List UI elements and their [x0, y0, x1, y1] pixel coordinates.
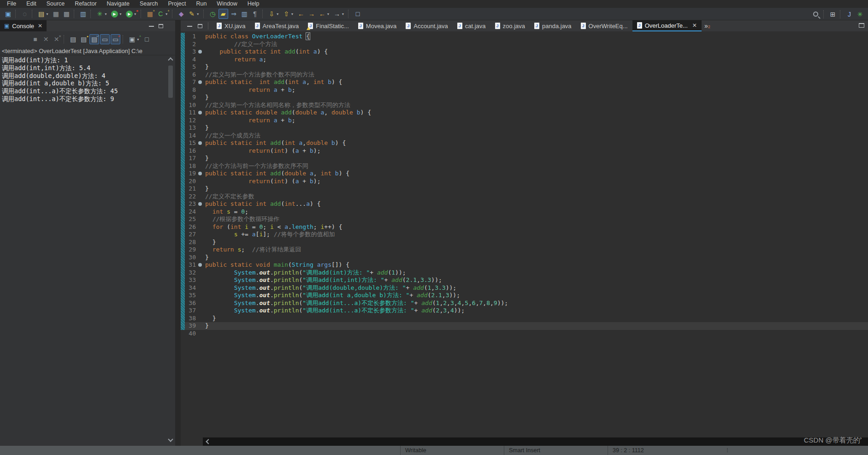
scroll-up-icon[interactable] [168, 57, 173, 62]
line-number[interactable]: 40 [181, 330, 197, 338]
editor-tab-movea-java[interactable]: JMovea.java [354, 20, 401, 31]
java-perspective-icon[interactable]: J [844, 9, 854, 19]
debug-icon[interactable]: ✳▼ [95, 9, 109, 19]
restore-view-icon[interactable] [859, 23, 864, 28]
open-perspective-icon[interactable]: ⊞ [828, 9, 838, 19]
new-class-icon[interactable]: C+▼ [156, 9, 170, 19]
open-console-icon[interactable]: ▣+▼ [127, 34, 141, 44]
remove-all-launches-icon[interactable]: ✕✕ [52, 34, 61, 44]
tab-console[interactable]: ▣ Console ✕ [0, 20, 47, 31]
scroll-lock-icon[interactable]: ▤● [79, 34, 89, 44]
scroll-left-icon[interactable] [206, 439, 211, 444]
open-console-icon[interactable]: ▣ [3, 9, 13, 19]
display-console-icon[interactable]: □ [142, 34, 152, 44]
code-editor-surface[interactable]: 1public class OverLoaderTest {2 //定义一个方法… [181, 31, 868, 437]
tab-label: XU.java [224, 23, 246, 30]
expand-all-icon[interactable]: ⇧▼ [282, 9, 295, 19]
forward-icon[interactable]: →▼ [332, 9, 346, 19]
dropdown-arrow-icon[interactable]: ▼ [46, 12, 49, 16]
tab-overflow-chevron[interactable]: »2 [704, 22, 710, 30]
menu-item-search[interactable]: Search [135, 0, 163, 8]
menu-item-source[interactable]: Source [41, 0, 70, 8]
new-file-icon-glyph: ▤ [38, 10, 45, 18]
maximize-icon[interactable] [159, 24, 163, 28]
next-edit-location-icon[interactable]: → [307, 9, 317, 19]
console-output[interactable]: 调用add(int)方法: 1调用add(int,int)方法: 5.4调用ad… [0, 55, 175, 103]
console-tab-close-icon[interactable]: ✕ [38, 23, 42, 29]
editor-tab-areatest-java[interactable]: JAreaTest.java [250, 20, 304, 31]
editor-tab-overloaderte-[interactable]: JOverLoaderTe...✕ [632, 20, 702, 31]
next-annotation-icon[interactable]: ⇒ [229, 9, 239, 19]
show-whitespace-icon[interactable]: ¶ [250, 9, 260, 19]
save-all-icon[interactable]: ▩ [62, 9, 71, 19]
menu-item-run[interactable]: Run [191, 0, 212, 8]
new-window-icon[interactable]: □ [353, 9, 362, 19]
dropdown-arrow-icon[interactable]: ▼ [291, 12, 294, 16]
scroll-down-icon[interactable] [168, 437, 173, 442]
code-line: 13} [181, 124, 868, 132]
dropdown-arrow-icon[interactable]: ▼ [341, 12, 344, 16]
toolbar-separator [203, 10, 206, 18]
collapse-all-icon[interactable]: ⇩▼ [267, 9, 281, 19]
new-java-project-icon[interactable]: ▦+ [145, 9, 155, 19]
save-icon[interactable]: ▦ [51, 9, 61, 19]
menu-item-refactor[interactable]: Refactor [70, 0, 101, 8]
dropdown-arrow-icon[interactable]: ▼ [165, 12, 168, 16]
scrollbar-thumb[interactable] [168, 66, 173, 98]
maximize-icon[interactable] [198, 24, 202, 28]
console-vertical-scrollbar[interactable] [167, 56, 174, 442]
last-edit-location-icon[interactable]: ← [296, 9, 306, 19]
task-icon[interactable]: ◷ [208, 9, 218, 19]
dropdown-arrow-icon[interactable]: ▼ [119, 12, 122, 16]
tab-close-icon[interactable]: ✕ [692, 22, 697, 29]
menu-item-navigate[interactable]: Navigate [102, 0, 135, 8]
code-text: System.out.println("调用add(int...a)不定长参数方… [203, 307, 465, 315]
mark-occurrences-icon[interactable]: ▰ [218, 9, 228, 19]
open-type-icon[interactable]: ◆ [177, 9, 186, 19]
menu-item-file[interactable]: File [2, 0, 21, 8]
menu-item-window[interactable]: Window [212, 0, 242, 8]
editor-tab-panda-java[interactable]: Jpanda.java [530, 20, 576, 31]
editor-tab-xu-java[interactable]: JXU.java [212, 20, 250, 31]
editor-horizontal-scrollbar[interactable] [203, 437, 868, 446]
editor-tab-account-java[interactable]: JAccount.java [401, 20, 452, 31]
dropdown-arrow-icon[interactable]: ▼ [196, 12, 200, 16]
search-icon[interactable] [810, 9, 821, 19]
remove-launch-icon[interactable]: ✕ [41, 34, 51, 44]
dropdown-arrow-icon[interactable]: ▼ [104, 12, 107, 16]
editor-tab-finalstatic-[interactable]: JFinalStatic... [303, 20, 354, 31]
pin-console-icon[interactable]: ▭ [100, 34, 110, 44]
dropdown-arrow-icon[interactable]: ▼ [276, 12, 279, 16]
no-op-icon[interactable]: ◌ [20, 9, 30, 19]
new-file-icon[interactable]: ▤▼ [36, 9, 50, 19]
binary-class-file-icon[interactable]: ▥ [78, 9, 88, 19]
dropdown-arrow-icon[interactable]: ▼ [327, 12, 330, 16]
dropdown-arrow-icon[interactable]: ▼ [136, 38, 140, 41]
clear-console-icon[interactable]: ▤ [68, 34, 78, 44]
console-toolbar: ■✕✕✕▤▤●▤↵▭▭✕▣+▼□ [0, 31, 175, 47]
menu-item-help[interactable]: Help [242, 0, 265, 8]
editor-tab-overwriteeq-[interactable]: JOverWriteEq... [576, 20, 632, 31]
menu-item-edit[interactable]: Edit [21, 0, 41, 8]
minimize-icon[interactable] [187, 25, 192, 27]
menu-item-project[interactable]: Project [163, 0, 191, 8]
debug-perspective-icon[interactable]: ✳ [855, 9, 865, 19]
editor-tab-zoo-java[interactable]: Jzoo.java [490, 20, 530, 31]
back-icon[interactable]: ←▼ [318, 9, 331, 19]
word-wrap-icon[interactable]: ▤↵ [89, 34, 99, 44]
previous-annotation-icon[interactable]: ▥ [240, 9, 249, 19]
code-text: } [203, 185, 209, 193]
editor-tab-cat-java[interactable]: Jcat.java [453, 20, 490, 31]
code-text: } [203, 315, 216, 323]
debug-icon-glyph: ✳ [96, 10, 103, 18]
dropdown-arrow-icon[interactable]: ▼ [134, 12, 137, 16]
run-icon[interactable]: ▶▼ [110, 9, 124, 19]
show-on-error-icon[interactable]: ▭✕ [111, 34, 120, 44]
run-external-icon[interactable]: ▶■▼ [124, 9, 138, 19]
panel-sash[interactable] [175, 20, 181, 446]
java-search-icon[interactable]: ✎▼ [187, 9, 201, 19]
minimize-icon[interactable] [149, 25, 154, 27]
code-text: public static int add(int a,double b) { [203, 139, 346, 147]
watermark: CSDN @带着壳的› [804, 436, 862, 445]
terminate-icon[interactable]: ■ [30, 34, 40, 44]
